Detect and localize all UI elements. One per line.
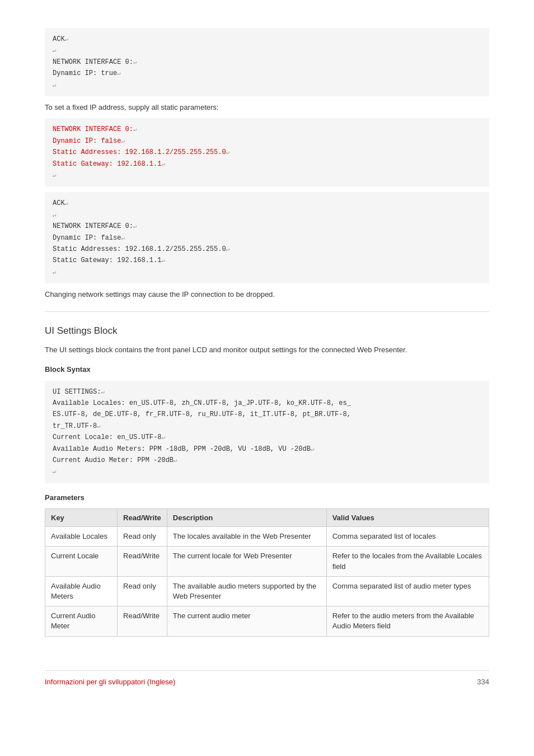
cell-readwrite: Read/Write xyxy=(118,547,167,576)
post-code-block-2: ACK↵ ↵ NETWORK INTERFACE 0:↵ Dynamic IP:… xyxy=(45,192,489,283)
cell-description: The locales available in the Web Present… xyxy=(167,527,326,547)
cell-key: Current Audio Meter xyxy=(45,606,118,636)
block-syntax-heading: Block Syntax xyxy=(45,364,489,375)
section-heading: UI Settings Block xyxy=(45,325,489,340)
footer: Informazioni per gli sviluppatori (Ingle… xyxy=(45,670,489,686)
col-header-validvalues: Valid Values xyxy=(326,509,489,527)
description-1: To set a fixed IP address, supply all st… xyxy=(45,102,489,113)
col-header-key: Key xyxy=(45,509,118,527)
cell-description: The current locale for Web Presenter xyxy=(167,547,326,576)
parameters-table: Key Read/Write Description Valid Values … xyxy=(45,508,489,636)
parameters-heading: Parameters xyxy=(45,492,489,503)
cell-description: The current audio meter xyxy=(167,606,326,636)
table-row: Current Audio MeterRead/WriteThe current… xyxy=(45,606,489,636)
cell-key: Available Locales xyxy=(45,527,118,547)
table-row: Available Audio MetersRead onlyThe avail… xyxy=(45,576,489,606)
footer-link[interactable]: Informazioni per gli sviluppatori (Ingle… xyxy=(45,678,175,686)
table-row: Current LocaleRead/WriteThe current loca… xyxy=(45,547,489,576)
footer-page-number: 334 xyxy=(477,678,489,686)
cell-validvalues: Comma separated list of locales xyxy=(326,527,489,547)
section-divider xyxy=(45,311,489,312)
cell-key: Current Locale xyxy=(45,547,118,576)
table-header-row: Key Read/Write Description Valid Values xyxy=(45,509,489,527)
colored-code-block: NETWORK INTERFACE 0:↵ Dynamic IP: false↵… xyxy=(45,118,489,186)
cell-description: The available audio meters supported by … xyxy=(167,576,326,606)
col-header-description: Description xyxy=(167,509,326,527)
col-header-readwrite: Read/Write xyxy=(118,509,167,527)
cell-validvalues: Comma separated list of audio meter type… xyxy=(326,576,489,606)
warning-note: Changing network settings may cause the … xyxy=(45,289,489,300)
table-row: Available LocalesRead onlyThe locales av… xyxy=(45,527,489,547)
cell-validvalues: Refer to the locales from the Available … xyxy=(326,547,489,576)
cell-readwrite: Read/Write xyxy=(118,606,167,636)
cell-key: Available Audio Meters xyxy=(45,576,118,606)
syntax-code-block: UI SETTINGS:↵ Available Locales: en_US.U… xyxy=(45,381,489,483)
cell-validvalues: Refer to the audio meters from the Avail… xyxy=(326,606,489,636)
cell-readwrite: Read only xyxy=(118,527,167,547)
pre-code-block-1: ACK↵ ↵ NETWORK INTERFACE 0:↵ Dynamic IP:… xyxy=(45,28,489,96)
cell-readwrite: Read only xyxy=(118,576,167,606)
section-description: The UI settings block contains the front… xyxy=(45,344,489,356)
